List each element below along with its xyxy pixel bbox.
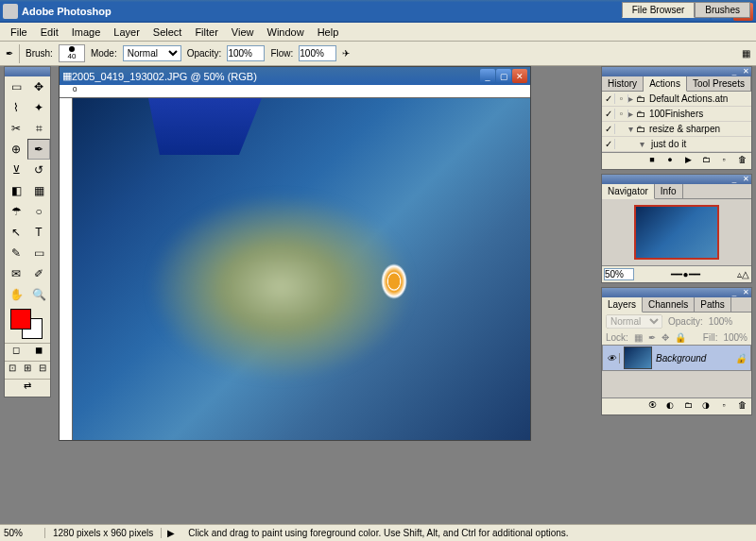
- tab-layers[interactable]: Layers: [602, 297, 643, 313]
- horizontal-ruler[interactable]: 0: [60, 85, 530, 98]
- trash-icon[interactable]: 🗑: [734, 400, 749, 414]
- adjustment-layer-icon[interactable]: ◑: [698, 400, 713, 414]
- screen-mode-standard[interactable]: ⊡: [5, 362, 20, 379]
- layer-row[interactable]: 👁 Background 🔒: [602, 345, 751, 371]
- panel-minimize-icon[interactable]: _: [729, 175, 740, 183]
- menu-window[interactable]: Window: [261, 25, 311, 40]
- new-action-icon[interactable]: ▫: [716, 155, 731, 168]
- action-item[interactable]: ✓▫▸🗀Default Actions.atn: [602, 92, 751, 107]
- lock-pixels-icon[interactable]: ✒: [648, 332, 656, 343]
- layer-blend-select[interactable]: Normal: [606, 314, 662, 329]
- tab-channels[interactable]: Channels: [643, 297, 695, 312]
- type-tool[interactable]: T: [27, 222, 50, 243]
- hand-tool[interactable]: ✋: [5, 284, 27, 305]
- tab-history[interactable]: History: [602, 76, 644, 91]
- menu-view[interactable]: View: [225, 25, 261, 40]
- palette-well-brushes[interactable]: Brushes: [695, 2, 750, 18]
- palette-well-file-browser[interactable]: File Browser: [622, 2, 696, 18]
- stamp-tool[interactable]: ⊻: [5, 160, 27, 180]
- jump-to-imageready[interactable]: ⇄: [5, 380, 50, 397]
- layer-mask-icon[interactable]: ◐: [662, 400, 678, 414]
- panel-close-icon[interactable]: ✕: [740, 175, 751, 183]
- screen-mode-full-menu[interactable]: ⊞: [20, 362, 35, 379]
- new-layer-icon[interactable]: ▫: [716, 400, 731, 414]
- marquee-tool[interactable]: ▭: [5, 76, 27, 97]
- lasso-tool[interactable]: ⌇: [5, 97, 27, 118]
- menu-file[interactable]: File: [4, 25, 34, 40]
- navigator-thumbnail[interactable]: [602, 199, 751, 265]
- airbrush-icon[interactable]: ✈: [342, 48, 350, 59]
- tab-paths[interactable]: Paths: [695, 297, 731, 312]
- document-titlebar[interactable]: ▦ 2005_0419_193002.JPG @ 50% (RGB) _ ▢ ✕: [60, 67, 530, 85]
- menu-select[interactable]: Select: [146, 25, 189, 40]
- standard-mode-button[interactable]: ◻: [5, 344, 27, 361]
- shape-tool[interactable]: ▭: [27, 243, 50, 263]
- history-brush-tool[interactable]: ↺: [27, 160, 50, 180]
- menu-edit[interactable]: Edit: [34, 25, 65, 40]
- crop-tool[interactable]: ✂: [5, 118, 27, 139]
- gradient-tool[interactable]: ▦: [27, 180, 50, 201]
- foreground-color[interactable]: [10, 309, 31, 330]
- slice-tool[interactable]: ⌗: [27, 118, 50, 139]
- panel-minimize-icon[interactable]: _: [729, 67, 740, 76]
- record-icon[interactable]: ●: [662, 155, 678, 168]
- vertical-ruler[interactable]: [60, 98, 73, 440]
- brush-tool[interactable]: ✒: [27, 139, 50, 160]
- navigator-zoom-input[interactable]: [604, 268, 634, 280]
- status-zoom[interactable]: 50%: [0, 528, 45, 538]
- lock-transparency-icon[interactable]: ▦: [634, 332, 643, 343]
- menu-filter[interactable]: Filter: [188, 25, 224, 40]
- doc-minimize-button[interactable]: _: [480, 69, 495, 83]
- doc-close-button[interactable]: ✕: [512, 69, 527, 83]
- stop-icon[interactable]: ■: [644, 155, 660, 168]
- blur-tool[interactable]: ☂: [5, 201, 27, 222]
- layer-style-icon[interactable]: ⦿: [644, 400, 660, 414]
- flow-input[interactable]: [299, 45, 336, 61]
- toggle-palettes-icon[interactable]: ▦: [742, 48, 750, 59]
- eraser-tool[interactable]: ◧: [5, 180, 27, 201]
- trash-icon[interactable]: 🗑: [734, 155, 749, 168]
- move-tool[interactable]: ✥: [27, 76, 50, 97]
- quickmask-mode-button[interactable]: ◼: [27, 344, 50, 361]
- lock-position-icon[interactable]: ✥: [662, 332, 669, 343]
- blend-mode-select[interactable]: Normal: [123, 45, 181, 61]
- layer-opacity-value[interactable]: 100%: [709, 316, 733, 327]
- menu-layer[interactable]: Layer: [107, 25, 146, 40]
- layer-fill-value[interactable]: 100%: [723, 332, 747, 343]
- lock-all-icon[interactable]: 🔒: [675, 332, 686, 343]
- menu-image[interactable]: Image: [65, 25, 108, 40]
- action-item[interactable]: ✓▾just do it: [602, 137, 751, 152]
- new-set-icon[interactable]: 🗀: [680, 400, 696, 414]
- play-icon[interactable]: ▶: [680, 155, 696, 168]
- healing-tool[interactable]: ⊕: [5, 139, 27, 160]
- tab-tool-presets[interactable]: Tool Presets: [687, 76, 751, 91]
- brush-tool-icon[interactable]: ✒: [6, 48, 13, 59]
- action-item[interactable]: ✓▫▸🗀100Finishers: [602, 107, 751, 122]
- zoom-in-icon[interactable]: △: [742, 269, 749, 279]
- canvas[interactable]: [73, 98, 530, 440]
- visibility-icon[interactable]: 👁: [603, 353, 620, 363]
- zoom-tool[interactable]: 🔍: [27, 284, 50, 305]
- zoom-slider[interactable]: ━━●━━: [634, 269, 737, 279]
- new-set-icon[interactable]: 🗀: [698, 155, 713, 168]
- tab-actions[interactable]: Actions: [644, 76, 687, 92]
- status-arrow-icon[interactable]: ▶: [162, 528, 180, 538]
- tab-navigator[interactable]: Navigator: [602, 184, 655, 199]
- layer-thumbnail[interactable]: [624, 347, 652, 369]
- path-tool[interactable]: ↖: [5, 222, 27, 243]
- layer-name[interactable]: Background: [656, 353, 706, 363]
- screen-mode-full[interactable]: ⊟: [35, 362, 50, 379]
- eyedropper-tool[interactable]: ✐: [27, 263, 50, 284]
- panel-close-icon[interactable]: ✕: [740, 288, 751, 296]
- notes-tool[interactable]: ✉: [5, 263, 27, 284]
- pen-tool[interactable]: ✎: [5, 243, 27, 263]
- brush-preset-picker[interactable]: 40: [59, 44, 85, 62]
- magic-wand-tool[interactable]: ✦: [27, 97, 50, 118]
- menu-help[interactable]: Help: [311, 25, 346, 40]
- status-dimensions[interactable]: 1280 pixels x 960 pixels: [45, 528, 162, 538]
- dodge-tool[interactable]: ○: [27, 201, 50, 222]
- action-item[interactable]: ✓▾🗀resize & sharpen: [602, 122, 751, 137]
- panel-minimize-icon[interactable]: _: [729, 288, 740, 296]
- toolbox-header[interactable]: [5, 67, 50, 76]
- tab-info[interactable]: Info: [655, 184, 683, 198]
